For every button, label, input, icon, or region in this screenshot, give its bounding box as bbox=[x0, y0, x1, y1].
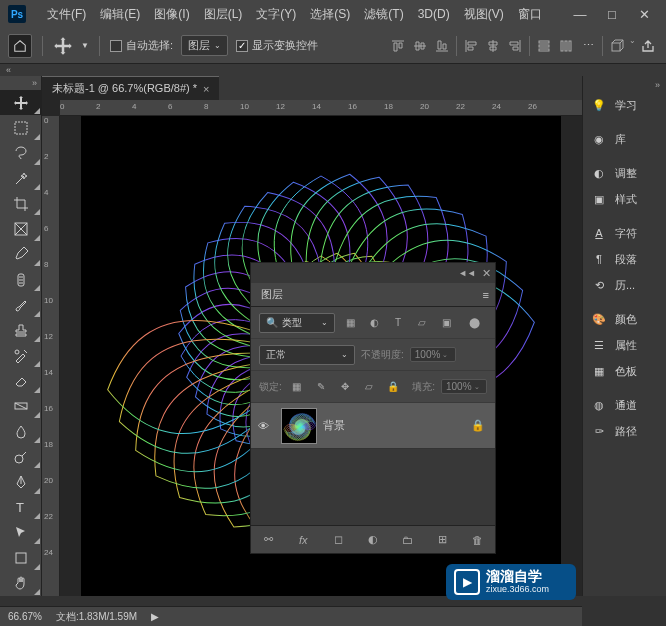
collapse-icon[interactable]: ◄◄ bbox=[458, 268, 476, 278]
marquee-tool[interactable] bbox=[0, 115, 42, 140]
history-brush-tool[interactable] bbox=[0, 343, 42, 368]
chevron-down-icon[interactable]: ▼ bbox=[81, 41, 89, 50]
collapse-chevron-icon[interactable]: « bbox=[6, 65, 11, 75]
lock-brush-icon[interactable]: ✎ bbox=[312, 378, 330, 396]
share-icon[interactable] bbox=[638, 36, 658, 56]
eyedropper-tool[interactable] bbox=[0, 242, 42, 267]
distribute-v-icon[interactable] bbox=[534, 36, 554, 56]
align-bottom-icon[interactable] bbox=[432, 36, 452, 56]
panel-libraries[interactable]: ◉库 bbox=[583, 126, 666, 152]
align-vcenter-icon[interactable] bbox=[410, 36, 430, 56]
zoom-level[interactable]: 66.67% bbox=[8, 611, 42, 622]
tools-collapse-icon[interactable]: » bbox=[28, 76, 41, 90]
pen-tool[interactable] bbox=[0, 469, 42, 494]
ruler-horizontal[interactable]: 02468101214161820222426 bbox=[60, 100, 582, 116]
delete-layer-icon[interactable]: 🗑 bbox=[467, 530, 487, 550]
filter-adjust-icon[interactable]: ◐ bbox=[365, 314, 383, 332]
add-adjustment-icon[interactable]: ◐ bbox=[363, 530, 383, 550]
layers-panel[interactable]: ◄◄ ✕ 图层 ≡ 🔍 类型 ⌄ ▦ ◐ T ▱ ▣ ⬤ 正常 ⌄ 不透明度: … bbox=[250, 262, 496, 554]
visibility-icon[interactable]: 👁 bbox=[251, 420, 275, 432]
panel-styles[interactable]: ▣样式 bbox=[583, 186, 666, 212]
filter-pixel-icon[interactable]: ▦ bbox=[341, 314, 359, 332]
tab-close-icon[interactable]: × bbox=[203, 83, 209, 95]
panel-adjustments[interactable]: ◐调整 bbox=[583, 160, 666, 186]
layer-name[interactable]: 背景 bbox=[323, 418, 345, 433]
layer-fx-icon[interactable]: fx bbox=[293, 530, 313, 550]
align-hcenter-icon[interactable] bbox=[483, 36, 503, 56]
document-tab[interactable]: 未标题-1 @ 66.7%(RGB/8#) * × bbox=[42, 76, 219, 100]
shape-tool[interactable] bbox=[0, 545, 42, 570]
lock-icon[interactable]: 🔒 bbox=[471, 419, 485, 432]
filter-toggle-icon[interactable]: ⬤ bbox=[465, 314, 483, 332]
chevron-down-icon[interactable]: ⌄ bbox=[629, 36, 636, 56]
menu-select[interactable]: 选择(S) bbox=[303, 4, 357, 25]
panel-paragraph[interactable]: ¶段落 bbox=[583, 246, 666, 272]
panels-collapse-icon[interactable]: » bbox=[655, 80, 660, 90]
path-select-tool[interactable] bbox=[0, 520, 42, 545]
menu-view[interactable]: 视图(V) bbox=[457, 4, 511, 25]
more-options-icon[interactable]: ⋯ bbox=[578, 36, 598, 56]
panel-color[interactable]: 🎨颜色 bbox=[583, 306, 666, 332]
layer-row[interactable]: 👁 背景 🔒 bbox=[251, 403, 495, 449]
menu-3d[interactable]: 3D(D) bbox=[411, 5, 457, 23]
new-layer-icon[interactable]: ⊞ bbox=[433, 530, 453, 550]
blend-mode-select[interactable]: 正常 ⌄ bbox=[259, 345, 355, 365]
menu-filter[interactable]: 滤镜(T) bbox=[357, 4, 410, 25]
panel-paths[interactable]: ✑路径 bbox=[583, 418, 666, 444]
lasso-tool[interactable] bbox=[0, 141, 42, 166]
lock-pixels-icon[interactable]: ▦ bbox=[288, 378, 306, 396]
filter-shape-icon[interactable]: ▱ bbox=[413, 314, 431, 332]
healing-tool[interactable] bbox=[0, 267, 42, 292]
lock-position-icon[interactable]: ✥ bbox=[336, 378, 354, 396]
chevron-right-icon[interactable]: ▶ bbox=[151, 611, 159, 622]
filter-smart-icon[interactable]: ▣ bbox=[437, 314, 455, 332]
panel-menu-icon[interactable]: ≡ bbox=[477, 289, 495, 301]
lock-all-icon[interactable]: 🔒 bbox=[384, 378, 402, 396]
panel-learn[interactable]: 💡学习 bbox=[583, 92, 666, 118]
filter-type-icon[interactable]: T bbox=[389, 314, 407, 332]
move-tool[interactable] bbox=[0, 90, 42, 115]
frame-tool[interactable] bbox=[0, 216, 42, 241]
stamp-tool[interactable] bbox=[0, 318, 42, 343]
layer-thumbnail[interactable] bbox=[281, 408, 317, 444]
menu-file[interactable]: 文件(F) bbox=[40, 4, 93, 25]
panel-channels[interactable]: ◍通道 bbox=[583, 392, 666, 418]
layers-tab[interactable]: 图层 bbox=[251, 283, 293, 306]
blur-tool[interactable] bbox=[0, 419, 42, 444]
layers-panel-titlebar[interactable]: ◄◄ ✕ bbox=[251, 263, 495, 283]
type-tool[interactable]: T bbox=[0, 495, 42, 520]
hand-tool[interactable] bbox=[0, 571, 42, 596]
crop-tool[interactable] bbox=[0, 191, 42, 216]
align-left-icon[interactable] bbox=[461, 36, 481, 56]
magic-wand-tool[interactable] bbox=[0, 166, 42, 191]
panel-character[interactable]: A字符 bbox=[583, 220, 666, 246]
add-mask-icon[interactable]: ◻ bbox=[328, 530, 348, 550]
align-right-icon[interactable] bbox=[505, 36, 525, 56]
distribute-h-icon[interactable] bbox=[556, 36, 576, 56]
menu-layer[interactable]: 图层(L) bbox=[197, 4, 250, 25]
menu-image[interactable]: 图像(I) bbox=[147, 4, 196, 25]
gradient-tool[interactable] bbox=[0, 394, 42, 419]
panel-close-icon[interactable]: ✕ bbox=[482, 267, 491, 280]
link-layers-icon[interactable]: ⚯ bbox=[258, 530, 278, 550]
fill-input[interactable]: 100% ⌄ bbox=[441, 379, 487, 394]
doc-size[interactable]: 文档:1.83M/1.59M bbox=[56, 610, 137, 624]
menu-edit[interactable]: 编辑(E) bbox=[93, 4, 147, 25]
close-button[interactable]: ✕ bbox=[630, 5, 658, 23]
show-transform-checkbox[interactable]: 显示变换控件 bbox=[236, 38, 318, 53]
new-group-icon[interactable]: 🗀 bbox=[398, 530, 418, 550]
dodge-tool[interactable] bbox=[0, 444, 42, 469]
brush-tool[interactable] bbox=[0, 292, 42, 317]
panel-history[interactable]: ⟲历... bbox=[583, 272, 666, 298]
home-button[interactable] bbox=[8, 34, 32, 58]
filter-kind-select[interactable]: 🔍 类型 ⌄ bbox=[259, 313, 335, 333]
maximize-button[interactable]: □ bbox=[598, 5, 626, 23]
eraser-tool[interactable] bbox=[0, 368, 42, 393]
move-tool-icon[interactable] bbox=[53, 36, 73, 56]
align-top-icon[interactable] bbox=[388, 36, 408, 56]
menu-window[interactable]: 窗口 bbox=[511, 4, 549, 25]
panel-swatches[interactable]: ▦色板 bbox=[583, 358, 666, 384]
ruler-vertical[interactable]: 024681012141618202224 bbox=[42, 116, 60, 596]
panel-properties[interactable]: ☰属性 bbox=[583, 332, 666, 358]
menu-type[interactable]: 文字(Y) bbox=[249, 4, 303, 25]
